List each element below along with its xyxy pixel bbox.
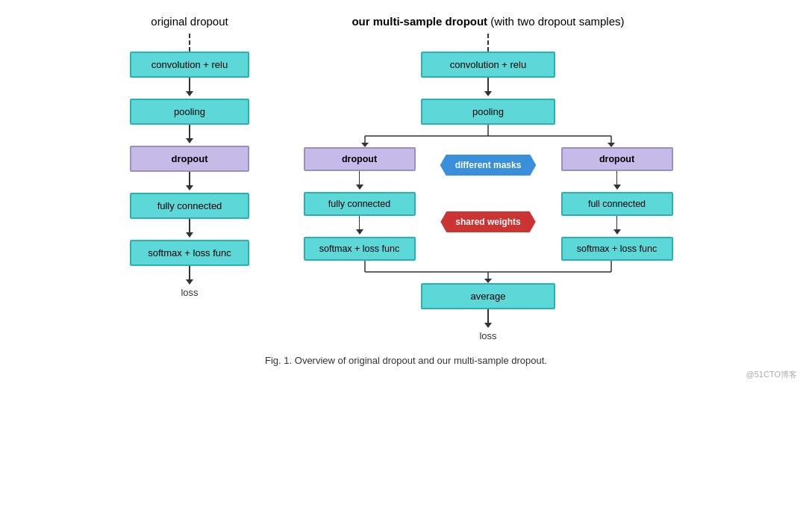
left-title-text: original dropout [151, 15, 228, 28]
arrow-3 [186, 172, 193, 193]
right-arrow-1 [484, 78, 492, 99]
shared-weights-label: shared weights [440, 211, 535, 232]
rb-left-fc: fully connected [304, 192, 416, 216]
watermark: @51CTO博客 [746, 369, 797, 380]
right-title: our multi-sample dropout (with two dropo… [352, 15, 624, 28]
rb-mid: different masks shared weights [425, 147, 552, 232]
figure-caption: Fig. 1. Overview of original dropout and… [265, 355, 547, 366]
rb-left-dropout: dropout [304, 147, 416, 171]
arrow-1 [186, 78, 193, 99]
main-container: original dropout convolution + relu pool… [7, 15, 805, 341]
rb-right-dropout: dropout [561, 147, 673, 171]
left-loss-label: loss [181, 287, 198, 298]
arrow-2 [186, 125, 193, 146]
rb-right-softmax: softmax + loss func [561, 237, 673, 261]
fork-svg [302, 125, 675, 147]
left-title: original dropout [151, 15, 228, 28]
right-title-normal: (with two dropout samples) [487, 15, 624, 28]
rb-right-arrow-1 [613, 171, 621, 192]
right-arrow-last [484, 309, 492, 330]
left-conv-node: convolution + relu [130, 52, 249, 78]
right-diagram: our multi-sample dropout (with two dropo… [294, 15, 682, 341]
right-dashed-line [487, 34, 489, 52]
left-dashed-line [189, 34, 190, 52]
right-pool-node: pooling [421, 99, 555, 125]
left-pool-node: pooling [130, 99, 249, 125]
different-masks-label: different masks [440, 155, 537, 176]
rb-left-arrow-2 [356, 216, 363, 237]
left-softmax-node: softmax + loss func [130, 240, 249, 266]
left-diagram: original dropout convolution + relu pool… [130, 15, 249, 298]
rb-right-arrow-2 [613, 216, 621, 237]
left-fc-node: fully connected [130, 193, 249, 219]
right-branches: dropout fully connected softmax + loss f… [294, 147, 682, 261]
rb-left: dropout fully connected softmax + loss f… [294, 147, 425, 261]
right-loss-label: loss [479, 330, 496, 341]
right-conv-node: convolution + relu [421, 52, 555, 78]
rb-left-arrow-1 [356, 171, 363, 192]
right-flow: convolution + relu pooling [294, 34, 682, 341]
rb-right-fc: full connected [561, 192, 673, 216]
rb-right: dropout full connected softmax + loss fu… [552, 147, 682, 261]
arrow-4 [186, 219, 193, 240]
arrow-5 [186, 266, 193, 287]
left-dropout-node: dropout [130, 146, 249, 172]
right-title-bold: our multi-sample dropout [352, 15, 487, 28]
rb-left-softmax: softmax + loss func [304, 237, 416, 261]
average-node: average [421, 283, 555, 309]
merge-svg [302, 261, 675, 283]
